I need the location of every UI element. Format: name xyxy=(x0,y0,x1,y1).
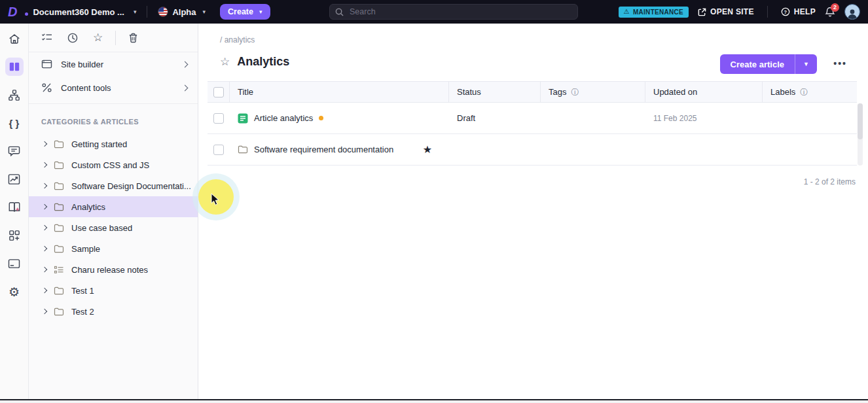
category-title-link[interactable]: Software requirement documentation xyxy=(254,145,393,154)
sidebar-toolbar: ☆ xyxy=(29,24,198,52)
rail-feedback[interactable] xyxy=(5,142,24,160)
rail-drive[interactable] xyxy=(5,254,24,273)
user-avatar[interactable] xyxy=(844,4,860,20)
column-header-labels[interactable]: Labelsⓘ xyxy=(763,82,857,102)
column-header-status[interactable]: Status xyxy=(449,82,541,102)
global-search[interactable] xyxy=(329,4,578,20)
api-braces-icon: { } xyxy=(9,118,20,128)
chevron-right-icon xyxy=(42,288,47,293)
tree-item-test-2[interactable]: Test 2 xyxy=(29,301,198,322)
table-scrollbar[interactable] xyxy=(858,103,863,166)
status-cell: Draft xyxy=(449,103,541,133)
checklist-button[interactable] xyxy=(41,33,52,43)
tree-item-getting-started[interactable]: Getting started xyxy=(29,133,198,154)
rail-api-docs[interactable]: { } xyxy=(5,114,24,132)
svg-text:?: ? xyxy=(784,9,787,15)
article-title-link[interactable]: Article analytics xyxy=(254,113,313,123)
trash-icon xyxy=(128,33,138,43)
column-header-label: Title xyxy=(238,87,253,97)
external-link-icon xyxy=(698,8,706,16)
tree-item-software-design-documentation[interactable]: Software Design Documentati... xyxy=(29,175,198,196)
row-checkbox[interactable] xyxy=(213,145,224,155)
search-icon xyxy=(335,8,344,16)
divider xyxy=(147,6,147,18)
sidebar-item-content-tools[interactable]: Content tools xyxy=(29,76,198,99)
create-button[interactable]: Create ▾ xyxy=(220,4,270,20)
feedback-chat-icon xyxy=(8,145,20,157)
rail-analytics[interactable] xyxy=(5,170,24,188)
help-label: HELP xyxy=(794,7,816,16)
chevron-down-icon: ▾ xyxy=(203,9,206,15)
recent-button[interactable] xyxy=(67,33,78,43)
create-article-button[interactable]: Create article xyxy=(720,54,795,74)
sidebar-item-site-builder[interactable]: Site builder xyxy=(29,52,198,76)
tree-item-charu-release-notes[interactable]: Charu release notes xyxy=(29,259,198,280)
tree-item-use-case-based[interactable]: Use case based xyxy=(29,217,198,238)
main-content: / analytics ☆ Analytics Create article ▼… xyxy=(198,24,868,399)
info-icon[interactable]: ⓘ xyxy=(571,88,579,96)
rail-ai-glossary[interactable] xyxy=(5,198,24,217)
create-article-dropdown-button[interactable]: ▼ xyxy=(795,54,817,74)
folder-icon xyxy=(54,203,64,211)
chevron-right-icon xyxy=(42,183,47,188)
search-input[interactable] xyxy=(348,7,572,17)
column-header-title[interactable]: Title xyxy=(230,82,449,102)
maintenance-badge[interactable]: ⚠ MAINTENANCE xyxy=(619,7,689,18)
row-checkbox[interactable] xyxy=(213,113,224,124)
pagination-summary: 1 - 2 of 2 items xyxy=(208,177,857,186)
language-switcher[interactable]: Alpha ▾ xyxy=(158,7,206,17)
chevron-right-icon xyxy=(42,162,47,167)
sidebar-item-label: Site builder xyxy=(61,60,103,69)
drive-card-icon xyxy=(8,258,20,269)
tree-item-sample[interactable]: Sample xyxy=(29,238,198,259)
rail-settings[interactable]: ⚙ xyxy=(5,283,24,301)
window-bottom-edge xyxy=(0,399,868,403)
select-all-checkbox[interactable] xyxy=(213,87,224,97)
rail-home[interactable] xyxy=(5,29,24,48)
workflow-icon xyxy=(8,89,20,101)
tree-item-label: Use case based xyxy=(71,223,132,233)
favorites-button[interactable]: ☆ xyxy=(93,32,103,43)
divider xyxy=(767,6,768,18)
help-link[interactable]: ? HELP xyxy=(781,7,816,16)
notifications-button[interactable]: 2 xyxy=(825,7,835,18)
folder-icon xyxy=(54,161,64,169)
chevron-right-icon xyxy=(182,61,189,67)
labels-cell xyxy=(763,103,857,133)
column-header-updated-on[interactable]: Updated on xyxy=(645,82,763,102)
chevron-right-icon xyxy=(42,204,47,209)
unsaved-changes-dot xyxy=(319,116,323,120)
rail-workflow[interactable] xyxy=(5,86,24,104)
tree-item-custom-css-js[interactable]: Custom CSS and JS xyxy=(29,154,198,175)
folder-icon xyxy=(54,182,64,190)
settings-gear-icon: ⚙ xyxy=(9,286,20,298)
project-switcher[interactable]: Document360 Demo ... ▾ xyxy=(33,7,136,17)
folder-icon xyxy=(54,245,64,253)
favorite-star-icon[interactable]: ☆ xyxy=(220,56,230,67)
page-title: Analytics xyxy=(237,55,289,69)
table-row[interactable]: Software requirement documentation ★ xyxy=(208,134,857,166)
table-row[interactable]: Article analytics Draft 11 Feb 2025 xyxy=(208,103,857,134)
chevron-right-icon xyxy=(182,84,189,91)
category-sidebar: ☆ Site builder xyxy=(29,24,198,399)
info-icon[interactable]: ⓘ xyxy=(800,88,808,96)
column-header-tags[interactable]: Tagsⓘ xyxy=(541,82,645,102)
more-options-button[interactable]: ••• xyxy=(829,58,851,69)
labels-cell xyxy=(763,134,857,165)
trash-button[interactable] xyxy=(128,33,138,43)
scrollbar-thumb[interactable] xyxy=(858,103,863,139)
column-header-label: Tags xyxy=(549,87,566,97)
tree-item-analytics[interactable]: Analytics xyxy=(29,196,198,217)
breadcrumb[interactable]: / analytics xyxy=(220,35,858,44)
rail-widgets[interactable] xyxy=(5,226,24,245)
document360-logo[interactable]: D xyxy=(8,5,17,18)
folder-icon xyxy=(54,307,64,316)
starred-icon[interactable]: ★ xyxy=(423,145,432,155)
tree-item-test-1[interactable]: Test 1 xyxy=(29,280,198,301)
open-site-link[interactable]: OPEN SITE xyxy=(698,7,754,16)
status-cell xyxy=(449,134,541,165)
release-notes-icon xyxy=(54,266,64,274)
rail-documentation[interactable] xyxy=(5,58,24,76)
help-circle-icon: ? xyxy=(781,7,790,16)
create-article-split-button: Create article ▼ xyxy=(720,54,817,74)
